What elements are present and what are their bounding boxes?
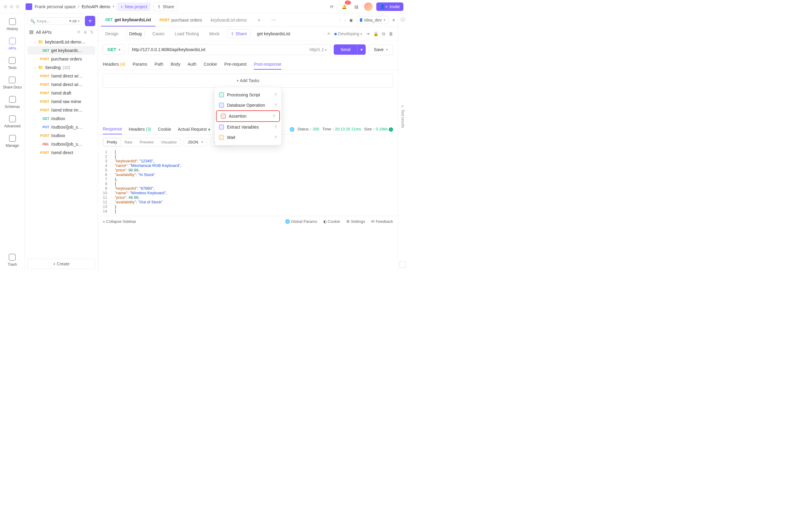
max-dot[interactable] <box>16 5 19 8</box>
sort-icon[interactable]: ⇅ <box>90 30 93 34</box>
tab-body[interactable]: Body <box>171 59 180 70</box>
tree-item[interactable]: POSTpurchase orders <box>27 55 95 63</box>
send-button[interactable]: Send <box>334 44 357 55</box>
add-tab-button[interactable]: + <box>254 13 264 26</box>
project-name[interactable]: EchoAPI demo <box>82 4 110 9</box>
protocol-selector[interactable]: http/1.1 ▾ <box>310 47 327 52</box>
settings-button[interactable]: ⚙ Settings <box>346 219 365 224</box>
create-button[interactable]: + Create <box>27 259 95 269</box>
tree-item[interactable]: POST/send draft <box>27 89 95 97</box>
tree-item[interactable]: POST/send direct w/… <box>27 72 95 80</box>
tab-prev-icon[interactable]: ‹ <box>340 18 341 22</box>
feedback-button[interactable]: ✉ Feedback <box>371 219 393 224</box>
avatar[interactable] <box>364 2 373 11</box>
tree-item[interactable]: POST/send direct <box>27 148 95 157</box>
tab-pre-request[interactable]: Pre-request <box>224 59 246 70</box>
all-apis-header[interactable]: ▤ All APIs ⟳ ⊕ ⇅ <box>27 26 95 38</box>
rail-advanced[interactable]: Advanced <box>4 115 20 128</box>
delete-icon[interactable]: 🗑 <box>389 31 393 36</box>
rail-tests[interactable]: Tests <box>8 57 16 70</box>
request-tab[interactable]: POSTpurchase orders <box>155 13 207 26</box>
invite-button[interactable]: 👤+ Invite <box>376 2 403 11</box>
tree-item[interactable]: DEL/outbox/{job_s… <box>27 140 95 148</box>
lock-icon[interactable]: 🔒 <box>373 31 378 36</box>
copy-icon[interactable]: ⧉ <box>382 31 385 37</box>
share-button[interactable]: ⇪ Share <box>153 2 178 11</box>
subtab-design[interactable]: Design <box>103 30 121 38</box>
request-tab[interactable]: keyboardList-demo <box>206 13 251 26</box>
tree-item[interactable]: PUT/outbox/{job_s… <box>27 123 95 131</box>
environment-selector[interactable]: Idea_dev ▾ <box>356 16 389 24</box>
add-api-button[interactable]: + <box>85 16 95 26</box>
send-dropdown[interactable]: ▾ <box>357 44 366 55</box>
tree-item[interactable]: POST/outbox <box>27 131 95 140</box>
tab-post-response[interactable]: Post-response <box>254 59 281 70</box>
format-selector[interactable]: JSON▾ <box>184 138 207 147</box>
rail-apis[interactable]: APIs <box>8 38 16 51</box>
tree-item[interactable]: POST/send direct wi… <box>27 80 95 89</box>
env-toggle-icon[interactable]: ◉ <box>349 18 353 22</box>
notifications-icon[interactable]: 🔔17 <box>340 2 348 11</box>
cookie-button[interactable]: ◐ Cookie <box>323 219 340 224</box>
task-option[interactable]: Assertion? <box>216 110 280 122</box>
status-dropdown[interactable]: Developing ▾ <box>334 31 362 36</box>
rail-manage[interactable]: Manage <box>6 135 19 148</box>
task-option[interactable]: Wait? <box>215 132 281 142</box>
method-selector[interactable]: GET▾ <box>103 44 125 55</box>
chevron-down-icon[interactable]: ▾ <box>113 4 114 8</box>
resp-tab-response[interactable]: Response <box>103 124 122 134</box>
subtab-debug[interactable]: Debug <box>127 29 145 38</box>
new-project-button[interactable]: + New project <box>117 2 151 11</box>
tab-path[interactable]: Path <box>154 59 163 70</box>
tab-params[interactable]: Params <box>133 59 147 70</box>
tab-headers[interactable]: Headers (4) <box>103 59 125 70</box>
collapse-sidebar-button[interactable]: « Collapse Sidebar <box>103 219 136 224</box>
test-results-tab[interactable]: « Test results <box>401 105 405 128</box>
notes-icon[interactable]: ≐ <box>327 31 331 36</box>
view-visualize[interactable]: Visualize <box>157 138 180 146</box>
global-params-button[interactable]: 🌐 Global Params <box>285 219 317 224</box>
tree-item[interactable]: POST/send raw mime <box>27 97 95 106</box>
subtab-mock[interactable]: Mock <box>207 30 222 38</box>
tab-auth[interactable]: Auth <box>188 59 197 70</box>
resp-tab-actual[interactable]: Actual Request ● <box>178 124 210 134</box>
subtab-cases[interactable]: Cases <box>150 30 167 38</box>
info-icon[interactable]: ⓘ <box>401 17 405 22</box>
subtab-load[interactable]: Load Testing <box>172 30 201 38</box>
search-input[interactable]: 🔍 Keyw… All▾ <box>27 17 82 25</box>
code-content[interactable]: [ { "keyboardId": "12345", "name": "Mech… <box>111 150 181 213</box>
tree-item[interactable]: POST/send inline im… <box>27 106 95 114</box>
close-dot[interactable] <box>4 5 7 8</box>
workspace-name[interactable]: Frank personal space <box>35 4 76 9</box>
resp-tab-headers[interactable]: Headers (3) <box>129 124 151 134</box>
task-option[interactable]: Processing Script? <box>215 90 281 100</box>
tree-folder[interactable]: ⌄📁Sending(10) <box>27 63 95 72</box>
save-button[interactable]: Save▾ <box>369 44 393 55</box>
target-icon[interactable]: ⊕ <box>84 30 87 34</box>
url-input[interactable]: http://127.0.0.1:8080/api/keyboardsList … <box>128 44 331 55</box>
rail-schemas[interactable]: Schemas <box>4 96 20 109</box>
rail-trash[interactable]: Trash <box>7 254 17 267</box>
filter-dropdown[interactable]: All▾ <box>69 19 80 23</box>
request-tab[interactable]: GETget keyboardsList <box>101 13 155 26</box>
tab-overflow-button[interactable]: ⋯ <box>267 13 280 26</box>
rail-share-docs[interactable]: Share Docs <box>3 77 22 89</box>
min-dot[interactable] <box>10 5 13 8</box>
export-icon[interactable]: ⇥ <box>366 31 370 36</box>
tab-next-icon[interactable]: › <box>345 18 346 22</box>
task-option[interactable]: Extract Variables? <box>215 122 281 132</box>
tab-cookie[interactable]: Cookie <box>204 59 217 70</box>
download-icon[interactable]: ↓ <box>389 127 393 132</box>
subtab-share[interactable]: ⇪Share <box>227 29 250 38</box>
resp-tab-cookie[interactable]: Cookie <box>158 124 171 134</box>
tree-folder[interactable]: ⌄📁keyboardList-demo… <box>27 38 95 46</box>
tree-item[interactable]: GETget keyboards… <box>27 46 95 55</box>
refresh-icon[interactable]: ⟳ <box>77 30 80 34</box>
expand-icon[interactable] <box>400 261 406 268</box>
tree-item[interactable]: GET/outbox <box>27 114 95 123</box>
view-preview[interactable]: Preview <box>136 138 157 146</box>
view-raw[interactable]: Raw <box>121 138 136 146</box>
task-option[interactable]: Database Operation? <box>215 100 281 110</box>
notes-icon[interactable]: ▤ <box>352 2 360 11</box>
rail-history[interactable]: History <box>7 18 18 31</box>
